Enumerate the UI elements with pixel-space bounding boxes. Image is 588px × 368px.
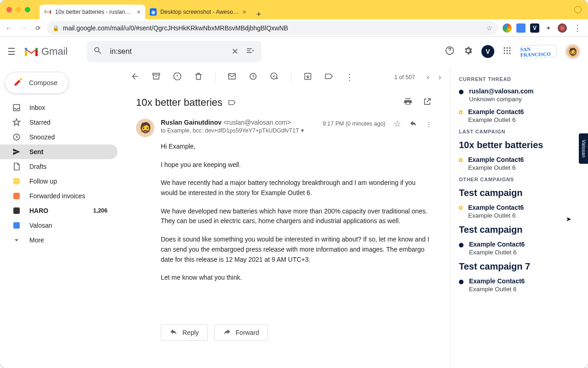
archive-icon[interactable]	[152, 72, 161, 83]
tab-title: Desktop screenshot - Awesom…	[160, 9, 239, 15]
support-icon[interactable]	[445, 46, 455, 58]
contact-sub: Unknown company	[469, 96, 533, 103]
workspace-badge[interactable]: SAN FRANCISCO	[520, 45, 557, 59]
back-to-list-icon[interactable]	[130, 72, 140, 83]
contact-row[interactable]: Example Contact6 Example Outlet 6	[459, 108, 580, 123]
contact-row[interactable]: Example Contact6 Example Outlet 6	[459, 156, 580, 171]
profile-indicator-icon[interactable]	[574, 6, 582, 13]
add-task-icon[interactable]	[270, 72, 279, 83]
show-details-icon[interactable]: ▾	[301, 127, 304, 134]
search-input[interactable]	[110, 47, 224, 56]
label-chip-icon[interactable]	[228, 98, 236, 107]
more-icon[interactable]: ⋮	[426, 121, 432, 127]
campaign-title[interactable]: Test campaign 7	[459, 261, 580, 272]
sidebar-item-followup[interactable]: Follow up	[0, 174, 118, 189]
sidebar-item-inbox[interactable]: Inbox	[0, 100, 118, 115]
extensions-menu-icon[interactable]: ✦	[544, 23, 553, 33]
status-dot-icon	[459, 158, 463, 162]
search-options-icon[interactable]	[246, 46, 255, 58]
print-icon[interactable]	[403, 97, 413, 109]
open-in-new-icon[interactable]	[423, 97, 432, 109]
svg-point-3	[509, 47, 510, 48]
browser-tab-gmail[interactable]: 10x better batteries - ruslan@… ×	[40, 5, 145, 19]
sender-avatar-icon[interactable]: 🧔	[136, 119, 154, 137]
close-tab-icon[interactable]: ×	[137, 8, 141, 16]
sidebar-item-label: Snoozed	[29, 133, 55, 141]
next-message-icon[interactable]: ›	[439, 73, 441, 81]
reload-icon[interactable]: ⟳	[34, 24, 42, 32]
clear-search-icon[interactable]: ✕	[232, 46, 238, 57]
delete-icon[interactable]	[194, 72, 203, 83]
contact-row[interactable]: ruslan@valosan.com Unknown company	[459, 87, 580, 103]
star-message-icon[interactable]: ☆	[394, 119, 401, 129]
avatar-icon: 🧔	[566, 45, 579, 58]
divider	[291, 73, 291, 82]
reply-icon[interactable]	[409, 119, 418, 129]
svg-point-2	[506, 47, 508, 48]
contact-name: Example Contact6	[468, 204, 524, 211]
chrome-menu-icon[interactable]: ⋮	[571, 23, 583, 33]
browser-tab-other[interactable]: ◉ Desktop screenshot - Awesom… ×	[145, 5, 251, 19]
address-bar[interactable]: 🔒 mail.google.com/mail/u/0/#sent/QgrcJHs…	[47, 21, 498, 35]
valosan-side-tab[interactable]: Valosan	[579, 133, 588, 164]
search-icon[interactable]	[93, 46, 102, 58]
new-tab-button[interactable]: +	[254, 10, 264, 19]
sidebar-item-label: Follow up	[29, 178, 57, 185]
back-icon[interactable]: ←	[5, 24, 13, 32]
close-tab-icon[interactable]: ×	[243, 8, 246, 16]
status-dot-icon	[459, 280, 464, 284]
campaign-title[interactable]: Test campaign	[459, 224, 580, 235]
snooze-icon[interactable]	[249, 72, 258, 83]
campaign-title[interactable]: 10x better batteries	[459, 140, 580, 150]
sidebar-item-sent[interactable]: Sent	[0, 144, 118, 159]
sidebar-item-more[interactable]: More	[0, 233, 118, 247]
campaign-title[interactable]: Test campaign	[459, 188, 580, 198]
body-paragraph: Hi Example,	[161, 142, 432, 152]
extension-icon[interactable]	[558, 23, 567, 33]
sidebar-item-starred[interactable]: Starred	[0, 115, 118, 130]
forward-button[interactable]: Forward	[214, 324, 268, 341]
apps-grid-icon[interactable]	[503, 46, 512, 58]
compose-button[interactable]: Compose	[5, 72, 69, 94]
maximize-window-icon[interactable]	[25, 7, 30, 12]
main-menu-icon[interactable]: ☰	[7, 46, 18, 57]
extension-icon[interactable]	[516, 23, 526, 33]
contact-name: Example Contact6	[469, 277, 525, 285]
valosan-badge-icon[interactable]: V	[481, 45, 494, 58]
extension-icon[interactable]	[503, 23, 512, 33]
chrome-tab-strip: 10x better batteries - ruslan@… × ◉ Desk…	[0, 0, 588, 19]
close-window-icon[interactable]	[6, 7, 12, 12]
message-view: ⋮ 1 of 507 ‹ › 10x better batteries	[118, 37, 450, 368]
star-icon[interactable]: ☆	[486, 24, 492, 32]
gmail-favicon-icon	[44, 8, 51, 16]
minimize-window-icon[interactable]	[16, 7, 21, 12]
search-bar[interactable]: ✕	[87, 41, 261, 62]
sidebar-item-haro[interactable]: HARO 1,206	[0, 203, 118, 218]
sidebar-item-valosan[interactable]: Valosan	[0, 218, 118, 233]
account-avatar[interactable]: 🧔	[565, 44, 581, 59]
prev-message-icon[interactable]: ‹	[427, 73, 429, 81]
sidebar-item-forwarded[interactable]: Forwarded invoices	[0, 189, 118, 203]
mark-unread-icon[interactable]	[227, 72, 237, 83]
svg-point-1	[504, 47, 505, 48]
gmail-logo[interactable]: Gmail	[24, 46, 68, 58]
contact-name: Example Contact6	[469, 241, 525, 248]
contact-row[interactable]: Example Contact6 Example Outlet 6	[459, 277, 580, 293]
sidebar-item-snoozed[interactable]: Snoozed	[0, 130, 118, 144]
sidebar-item-drafts[interactable]: Drafts	[0, 159, 118, 174]
sidebar-item-label: More	[29, 236, 44, 244]
contact-row[interactable]: Example Contact6 Example Outlet 6	[459, 204, 580, 219]
more-actions-icon[interactable]: ⋮	[345, 72, 354, 82]
section-last-campaign: LAST CAMPAIGN	[459, 129, 580, 134]
valosan-extension-icon[interactable]: V	[530, 23, 539, 33]
forward-icon[interactable]: →	[19, 24, 28, 32]
move-to-icon[interactable]	[303, 72, 312, 83]
body-paragraph: Let me know what you think.	[161, 273, 432, 283]
labels-icon[interactable]	[324, 72, 334, 83]
spam-icon[interactable]	[173, 72, 182, 83]
contact-name: ruslan@valosan.com	[469, 87, 533, 95]
status-dot-icon	[459, 110, 463, 114]
reply-button[interactable]: Reply	[161, 324, 208, 341]
settings-icon[interactable]	[463, 46, 473, 58]
contact-row[interactable]: Example Contact6 Example Outlet 6	[459, 241, 580, 256]
